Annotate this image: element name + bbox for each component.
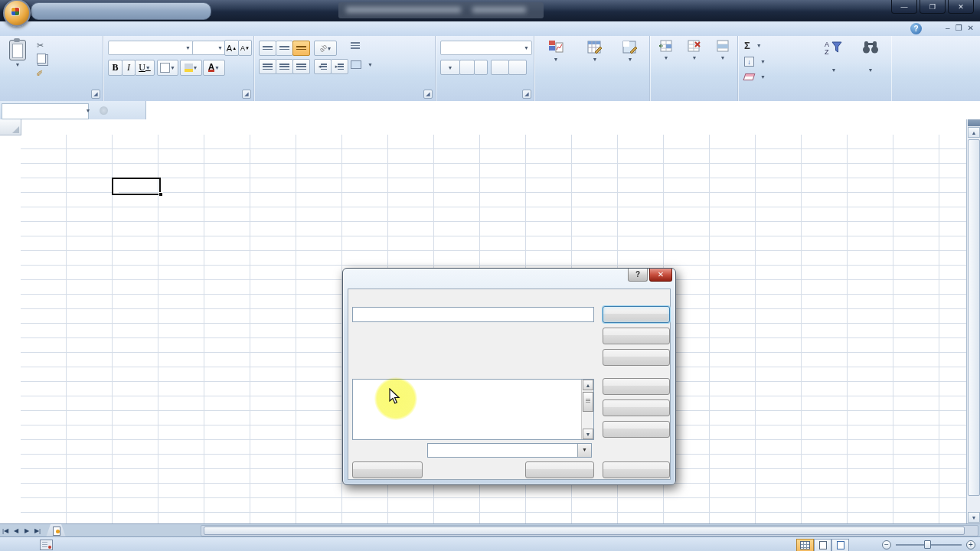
copy-button[interactable] <box>37 54 49 64</box>
dictionary-language-combo[interactable]: ▼ <box>427 443 592 458</box>
suggestions-scroll-thumb[interactable] <box>583 392 593 412</box>
number-format-combo[interactable]: ▼ <box>440 41 532 55</box>
font-color-button[interactable]: A▼ <box>203 60 225 76</box>
options-button[interactable] <box>352 461 423 478</box>
zoom-out-icon[interactable]: − <box>882 540 891 549</box>
format-cells-button[interactable]: ▼ <box>709 40 737 63</box>
comma-button[interactable] <box>474 60 488 75</box>
autocorrect-button[interactable] <box>603 421 670 438</box>
decrease-indent-button[interactable]: ◂ <box>314 59 332 74</box>
window-minimize-button[interactable]: — <box>891 0 917 14</box>
borders-button[interactable]: ▼ <box>157 60 178 76</box>
office-button-icon[interactable] <box>3 0 31 27</box>
sort-filter-button[interactable]: AZ ▼ <box>816 40 851 75</box>
name-box-dropdown-icon[interactable]: ▼ <box>83 103 93 118</box>
delete-cells-button[interactable]: ▼ <box>681 40 708 63</box>
italic-button[interactable]: I <box>122 60 136 76</box>
format-as-table-button[interactable]: ▼ <box>577 40 612 64</box>
normal-view-button[interactable] <box>796 539 814 551</box>
scroll-down-icon[interactable]: ▼ <box>968 512 980 523</box>
align-left-button[interactable] <box>259 59 276 74</box>
insert-worksheet-tab[interactable] <box>46 524 66 537</box>
page-layout-view-button[interactable] <box>814 539 831 551</box>
formula-input[interactable] <box>145 101 980 122</box>
previous-sheet-icon[interactable]: ◀ <box>11 527 21 534</box>
cut-button[interactable]: ✂ <box>37 41 47 51</box>
name-box[interactable] <box>2 103 89 119</box>
suggestions-list[interactable]: ▲ ▼ <box>352 379 594 440</box>
vertical-scrollbar[interactable]: ▲ ▼ <box>966 119 980 523</box>
cell-styles-icon <box>622 40 638 55</box>
decrease-decimal-button[interactable] <box>508 60 527 75</box>
bold-button[interactable]: B <box>108 60 122 76</box>
help-icon[interactable]: ? <box>910 23 922 34</box>
currency-button[interactable]: ▼ <box>440 60 460 75</box>
clipboard-dialog-launcher[interactable]: ◢ <box>91 90 100 99</box>
align-right-button[interactable] <box>292 59 310 74</box>
format-painter-button[interactable]: ✎ <box>37 68 47 78</box>
workbook-minimize-button[interactable]: – <box>946 24 950 32</box>
zoom-slider-thumb[interactable] <box>924 540 931 549</box>
ignore-once-button[interactable] <box>603 306 670 323</box>
align-bottom-button[interactable] <box>292 41 310 56</box>
workbook-close-button[interactable]: ✕ <box>968 24 974 32</box>
page-break-view-button[interactable] <box>831 539 849 551</box>
last-sheet-icon[interactable]: ▶| <box>32 527 43 534</box>
vertical-scroll-thumb[interactable] <box>968 139 980 496</box>
font-name-combo[interactable]: ▼ <box>108 41 194 55</box>
align-top-button[interactable] <box>259 41 276 56</box>
first-sheet-icon[interactable]: |◀ <box>0 527 11 534</box>
change-button[interactable] <box>603 378 670 395</box>
horizontal-scroll-thumb[interactable] <box>204 527 965 535</box>
suggestions-scrollbar[interactable]: ▲ ▼ <box>581 380 594 439</box>
shrink-font-button[interactable]: A▼ <box>238 40 252 56</box>
alignment-group: ab▼ ◂ ▸ ▼ ◢ <box>254 36 436 101</box>
macro-record-icon[interactable] <box>40 540 53 550</box>
underline-button[interactable]: U ▼ <box>135 60 155 76</box>
align-center-button[interactable] <box>276 59 293 74</box>
window-restore-button[interactable]: ❐ <box>920 0 946 14</box>
autosum-button[interactable]: Σ ▼ <box>744 40 762 51</box>
scrollbar-split-handle[interactable] <box>968 119 980 126</box>
conditional-formatting-button[interactable]: ▼ <box>536 40 576 64</box>
wrap-text-button[interactable] <box>351 42 363 50</box>
fill-color-button[interactable]: ▼ <box>180 60 202 76</box>
font-size-combo[interactable]: ▼ <box>192 41 226 55</box>
active-cell-border[interactable] <box>112 178 161 195</box>
fill-handle[interactable] <box>158 192 163 197</box>
merge-center-button[interactable]: ▼ <box>351 60 373 69</box>
number-dialog-launcher[interactable]: ◢ <box>522 90 531 99</box>
undo-last-button[interactable] <box>525 461 594 478</box>
select-all-corner[interactable] <box>0 119 21 135</box>
add-to-dictionary-button[interactable] <box>603 349 670 366</box>
cell-styles-button[interactable]: ▼ <box>614 40 646 64</box>
increase-indent-button[interactable]: ▸ <box>331 59 348 74</box>
percent-button[interactable] <box>459 60 475 75</box>
alignment-dialog-launcher[interactable]: ◢ <box>423 90 433 99</box>
suggestions-scroll-down-icon[interactable]: ▼ <box>583 429 593 439</box>
insert-cells-button[interactable]: ▼ <box>652 40 680 63</box>
dialog-close-button[interactable]: ✕ <box>649 269 672 282</box>
find-select-button[interactable]: ▼ <box>853 40 888 75</box>
ignore-all-button[interactable] <box>603 328 670 344</box>
paste-button[interactable]: ▼ <box>5 40 31 70</box>
grow-font-button[interactable]: A▲ <box>224 40 239 56</box>
zoom-in-icon[interactable]: + <box>966 540 975 549</box>
not-in-dictionary-field[interactable] <box>352 307 594 322</box>
cancel-button[interactable] <box>603 461 670 478</box>
scroll-up-icon[interactable]: ▲ <box>968 127 980 138</box>
fill-button[interactable]: ↓ ▼ <box>744 57 766 67</box>
increase-decimal-button[interactable] <box>491 60 509 75</box>
suggestions-scroll-up-icon[interactable]: ▲ <box>583 380 593 390</box>
window-close-button[interactable]: ✕ <box>948 0 974 14</box>
align-middle-button[interactable] <box>276 41 293 56</box>
workbook-restore-button[interactable]: ❐ <box>956 24 962 32</box>
next-sheet-icon[interactable]: ▶ <box>21 527 32 534</box>
horizontal-scrollbar[interactable] <box>201 525 978 536</box>
orientation-button[interactable]: ab▼ <box>314 41 337 56</box>
combo-dropdown-icon[interactable]: ▼ <box>577 444 591 457</box>
clear-button[interactable]: ▼ <box>744 73 766 80</box>
font-dialog-launcher[interactable]: ◢ <box>242 90 251 99</box>
dialog-help-button[interactable]: ? <box>628 269 648 282</box>
change-all-button[interactable] <box>603 399 670 416</box>
